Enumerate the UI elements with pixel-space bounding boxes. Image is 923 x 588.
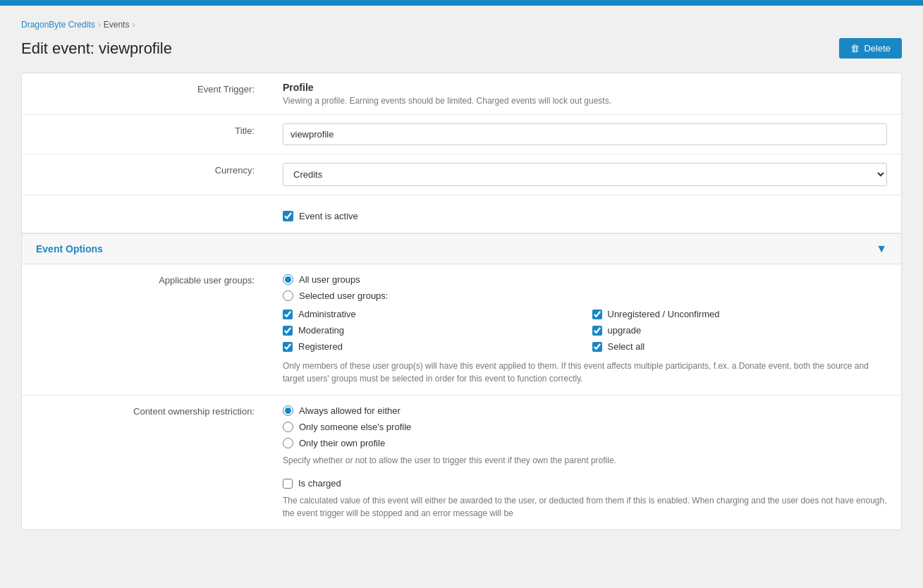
event-trigger-label: Event Trigger: [22,73,269,114]
own-profile-radio[interactable] [283,438,293,448]
someone-else-radio[interactable] [283,422,293,432]
group-selectall-label: Select all [608,341,645,352]
someone-else-label: Only someone else's profile [299,422,411,432]
event-active-checkbox-row: Event is active [283,204,887,224]
currency-select[interactable]: Credits [283,163,887,186]
event-trigger-value: Profile [283,82,887,93]
all-user-groups-radio[interactable] [283,274,293,285]
page-header: Edit event: viewprofile 🗑 Delete [21,38,902,59]
is-charged-section: Is charged The calculated value of this … [283,478,887,520]
user-groups-row: Applicable user groups: All user groups … [22,264,901,396]
always-allowed-radio[interactable] [283,405,293,416]
delete-button[interactable]: 🗑 Delete [839,38,902,59]
selected-user-groups-radio[interactable] [283,290,293,301]
event-options-title: Event Options [36,243,103,255]
user-groups-label: Applicable user groups: [22,264,269,395]
event-active-label: Event is active [299,211,358,221]
currency-content: Credits [269,154,901,195]
event-trigger-content: Profile Viewing a profile. Earning event… [269,73,901,114]
group-administrative-label: Administrative [298,309,356,319]
delete-label: Delete [864,43,891,54]
group-moderating-checkbox[interactable] [283,326,293,336]
breadcrumb-parent-link[interactable]: DragonByte Credits [21,20,95,30]
event-active-content: Event is active [269,195,901,233]
breadcrumb-current: Events [104,20,130,30]
all-user-groups-label: All user groups [299,274,360,285]
is-charged-checkbox[interactable] [283,479,293,489]
is-charged-checkbox-row: Is charged [283,478,887,489]
group-selectall-item: Select all [592,339,888,354]
currency-label: Currency: [22,154,269,195]
content-ownership-content: Always allowed for either Only someone e… [269,396,901,529]
breadcrumb-separator2: › [132,20,135,30]
is-charged-label: Is charged [298,478,341,489]
is-charged-help-text: The calculated value of this event will … [283,494,887,520]
breadcrumb-separator: › [98,20,101,30]
group-moderating-label: Moderating [298,325,344,336]
event-trigger-desc: Viewing a profile. Earning events should… [283,96,887,106]
group-unregistered-label: Unregistered / Unconfirmed [608,309,720,319]
section-toggle-icon[interactable]: ▼ [876,243,887,255]
group-administrative-item: Administrative [283,307,578,321]
group-registered-item: Registered [283,339,578,354]
group-upgrade-checkbox[interactable] [592,326,602,336]
event-active-label-space [22,195,269,233]
user-groups-grid: Administrative Unregistered / Unconfirme… [283,307,887,354]
top-bar [0,0,923,6]
page-title: Edit event: viewprofile [21,39,172,58]
group-unregistered-item: Unregistered / Unconfirmed [592,307,888,321]
ownership-help-text: Specify whether or not to allow the user… [283,454,887,467]
title-input[interactable] [283,123,887,145]
title-content [269,115,901,154]
title-row: Title: [22,115,901,154]
selected-user-groups-option: Selected user groups: [283,290,887,301]
event-active-row: Event is active [22,195,901,233]
group-moderating-item: Moderating [283,323,578,338]
own-profile-option: Only their own profile [283,438,887,448]
own-profile-label: Only their own profile [299,438,385,448]
group-selectall-checkbox[interactable] [592,342,602,352]
group-upgrade-item: upgrade [592,323,888,338]
always-allowed-label: Always allowed for either [299,405,401,416]
user-groups-help-text: Only members of these user group(s) will… [283,360,887,385]
group-registered-checkbox[interactable] [283,342,293,352]
trash-icon: 🗑 [850,43,860,54]
event-active-checkbox[interactable] [283,211,293,221]
all-user-groups-option: All user groups [283,274,887,285]
always-allowed-option: Always allowed for either [283,405,887,416]
event-trigger-row: Event Trigger: Profile Viewing a profile… [22,73,901,115]
selected-user-groups-label: Selected user groups: [299,290,388,301]
group-registered-label: Registered [298,341,343,352]
event-options-header: Event Options ▼ [22,233,901,264]
main-form-panel: Event Trigger: Profile Viewing a profile… [21,73,902,530]
content-ownership-label: Content ownership restriction: [22,396,269,529]
content-ownership-row: Content ownership restriction: Always al… [22,396,901,529]
group-administrative-checkbox[interactable] [283,310,293,319]
group-upgrade-label: upgrade [608,325,642,336]
someone-else-option: Only someone else's profile [283,422,887,432]
title-label: Title: [22,115,269,154]
user-groups-content: All user groups Selected user groups: Ad… [269,264,901,395]
group-unregistered-checkbox[interactable] [592,310,602,319]
page-wrapper: DragonByte Credits › Events › Edit event… [0,6,923,588]
currency-row: Currency: Credits [22,154,901,195]
breadcrumb: DragonByte Credits › Events › [21,20,902,30]
